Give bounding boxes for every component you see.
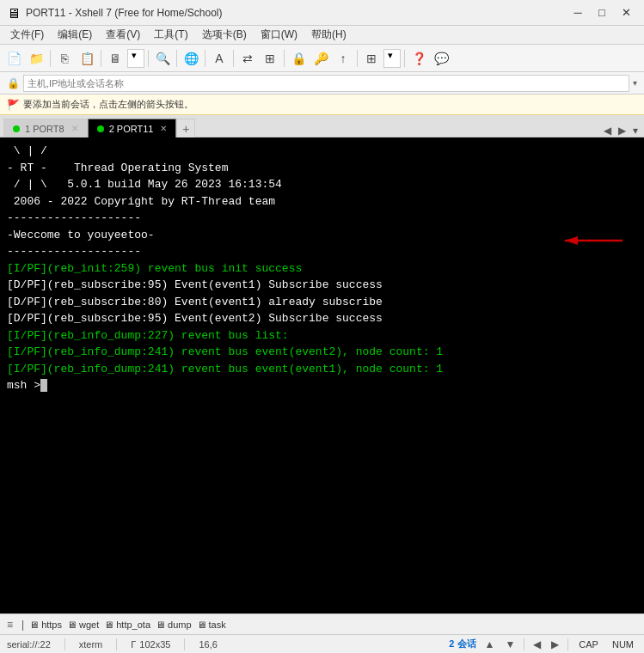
toolbar-new-button[interactable]: 📄 bbox=[3, 48, 24, 69]
menu-bar: 文件(F)编辑(E)查看(V)工具(T)选项卡(B)窗口(W)帮助(H) bbox=[0, 26, 644, 45]
quick-bar-http-ota[interactable]: 🖥 http_ota bbox=[104, 619, 150, 630]
terminal-line: -------------------- bbox=[7, 210, 637, 227]
toolbar-paste-button[interactable]: 📋 bbox=[77, 48, 97, 69]
toolbar-sep-3 bbox=[148, 50, 149, 67]
terminal-line: [I/PF](reb_info_dump:227) revent bus lis… bbox=[7, 327, 637, 345]
status-nav-left[interactable]: ◀ bbox=[531, 638, 543, 650]
toolbar-grid-dropdown[interactable]: ▾ bbox=[383, 49, 401, 68]
address-bar: 🔒 ▾ bbox=[0, 72, 644, 95]
quick-bar-wget[interactable]: 🖥 wget bbox=[67, 619, 99, 630]
menu-item-w[interactable]: 窗口(W) bbox=[254, 26, 304, 44]
menu-item-h[interactable]: 帮助(H) bbox=[304, 26, 353, 44]
tab-close-button[interactable]: ✕ bbox=[160, 124, 167, 133]
toolbar-font-button[interactable]: A bbox=[209, 48, 230, 69]
tab-add-button[interactable]: + bbox=[176, 119, 195, 137]
status-sep-5 bbox=[567, 638, 568, 650]
toolbar-grid-button[interactable]: ⊞ bbox=[361, 48, 382, 69]
menu-item-t[interactable]: 工具(T) bbox=[147, 26, 194, 44]
terminal-line: [I/PF](reb_info_dump:241) revent bus eve… bbox=[7, 361, 637, 378]
toolbar-sep-8 bbox=[357, 50, 358, 67]
status-num: NUM bbox=[609, 639, 637, 650]
tab-label: 1 PORT8 bbox=[25, 124, 64, 134]
quick-bar-dump-label: dump bbox=[168, 619, 192, 630]
quick-bar-https[interactable]: 🖥 https bbox=[29, 619, 62, 630]
window-title: PORT11 - Xshell 7 (Free for Home/School) bbox=[26, 7, 567, 19]
menu-item-v[interactable]: 查看(V) bbox=[99, 26, 147, 44]
tab-status-dot bbox=[97, 125, 104, 132]
address-input[interactable] bbox=[23, 75, 629, 92]
terminal[interactable]: \ | /- RT - Thread Operating System / | … bbox=[0, 137, 644, 400]
status-serial-text: serial://:22 bbox=[7, 639, 51, 650]
quick-bar-wget-icon: 🖥 bbox=[67, 619, 77, 630]
toolbar-more-button[interactable]: 💬 bbox=[431, 48, 451, 69]
toolbar-upload-button[interactable]: ↑ bbox=[333, 48, 353, 69]
quick-bar-task-label: task bbox=[209, 619, 226, 630]
status-sep-3 bbox=[184, 638, 185, 650]
tab-port11[interactable]: 2 PORT11 ✕ bbox=[88, 119, 177, 137]
info-icon: 🚩 bbox=[7, 99, 20, 111]
toolbar-key-button[interactable]: 🔑 bbox=[310, 48, 331, 69]
status-terminal-text: xterm bbox=[79, 639, 103, 650]
terminal-line: [I/PF](reb_init:259) revent bus init suc… bbox=[7, 260, 637, 278]
terminal-line: [D/PF](reb_subscribe:80) Event(event1) a… bbox=[7, 294, 637, 311]
toolbar-expand-button[interactable]: ⊞ bbox=[260, 48, 280, 69]
tabs-nav-right[interactable]: ▶ bbox=[616, 125, 629, 137]
quick-bar-task[interactable]: 🖥 task bbox=[197, 619, 226, 630]
title-bar: 🖥 PORT11 - Xshell 7 (Free for Home/Schoo… bbox=[0, 0, 644, 26]
terminal-line: [D/PF](reb_subscribe:95) Event(event1) S… bbox=[7, 277, 637, 294]
status-sessions-down[interactable]: ▼ bbox=[503, 638, 517, 650]
quick-bar-dump[interactable]: 🖥 dump bbox=[156, 619, 192, 630]
quick-bar-wget-label: wget bbox=[79, 619, 99, 630]
quick-bar-dump-icon: 🖥 bbox=[156, 619, 165, 630]
toolbar-session-button[interactable]: 🖥 bbox=[105, 48, 126, 69]
maximize-button[interactable]: □ bbox=[591, 4, 613, 21]
toolbar-sep-2 bbox=[101, 50, 101, 67]
terminal-container[interactable]: \ | /- RT - Thread Operating System / | … bbox=[0, 137, 644, 613]
status-bar: serial://:22 xterm Γ 102x35 16,6 2 会话 ▲ … bbox=[0, 634, 644, 653]
toolbar: 📄 📁 ⎘ 📋 🖥 ▾ 🔍 🌐 A ⇄ ⊞ 🔒 🔑 ↑ ⊞ ▾ ❓ 💬 bbox=[0, 45, 644, 72]
info-text: 要添加当前会话，点击左侧的箭头按钮。 bbox=[23, 98, 193, 111]
toolbar-globe-button[interactable]: 🌐 bbox=[181, 48, 201, 69]
toolbar-lock-button[interactable]: 🔒 bbox=[288, 48, 309, 69]
status-sessions-up[interactable]: ▲ bbox=[483, 638, 497, 650]
close-button[interactable]: ✕ bbox=[615, 4, 637, 21]
lock-icon: 🔒 bbox=[7, 77, 20, 89]
menu-item-f[interactable]: 文件(F) bbox=[3, 26, 51, 44]
tabs-bar: 1 PORT8 ✕ 2 PORT11 ✕ + ◀ ▶ ▾ bbox=[0, 115, 644, 137]
toolbar-open-button[interactable]: 📁 bbox=[26, 48, 46, 69]
status-terminal: xterm bbox=[79, 639, 103, 650]
quick-bar-sep: | bbox=[21, 619, 24, 631]
quick-bar-menu-icon[interactable]: ≡ bbox=[7, 619, 13, 631]
toolbar-transfer-button[interactable]: ⇄ bbox=[237, 48, 258, 69]
tabs-nav-left[interactable]: ◀ bbox=[601, 125, 614, 137]
toolbar-copy-button[interactable]: ⎘ bbox=[54, 48, 75, 69]
status-size-text: 102x35 bbox=[139, 639, 170, 650]
toolbar-sep-4 bbox=[176, 50, 177, 67]
terminal-line: [D/PF](reb_subscribe:95) Event(event2) S… bbox=[7, 310, 637, 327]
tabs-nav-dropdown[interactable]: ▾ bbox=[630, 125, 641, 137]
terminal-line: / | \ 5.0.1 build May 26 2023 16:13:54 bbox=[7, 176, 637, 193]
toolbar-sep-1 bbox=[50, 50, 51, 67]
terminal-line: [I/PF](reb_info_dump:241) revent bus eve… bbox=[7, 344, 637, 361]
status-nav-right[interactable]: ▶ bbox=[549, 638, 561, 650]
quick-bar: ≡ | 🖥 https 🖥 wget 🖥 http_ota 🖥 dump 🖥 t… bbox=[0, 613, 644, 634]
toolbar-sep-9 bbox=[404, 50, 405, 67]
address-dropdown-icon[interactable]: ▾ bbox=[633, 78, 637, 88]
terminal-line: -Weccome to youyeetoo- bbox=[7, 227, 637, 244]
tab-port8[interactable]: 1 PORT8 ✕ bbox=[3, 119, 88, 137]
quick-bar-task-icon: 🖥 bbox=[197, 619, 206, 630]
status-sep-4 bbox=[524, 638, 524, 650]
toolbar-dropdown[interactable]: ▾ bbox=[127, 49, 144, 68]
terminal-line: -------------------- bbox=[7, 243, 637, 260]
status-size-icon: Γ bbox=[131, 639, 136, 650]
status-sep-2 bbox=[116, 638, 117, 650]
tab-close-button[interactable]: ✕ bbox=[71, 124, 78, 133]
toolbar-help-button[interactable]: ❓ bbox=[408, 48, 429, 69]
status-cursor-text: 16,6 bbox=[199, 639, 217, 650]
menu-item-e[interactable]: 编辑(E) bbox=[51, 26, 99, 44]
minimize-button[interactable]: ─ bbox=[567, 4, 589, 21]
toolbar-search-button[interactable]: 🔍 bbox=[152, 48, 173, 69]
menu-item-b[interactable]: 选项卡(B) bbox=[195, 26, 254, 44]
terminal-line: 2006 - 2022 Copyright by RT-Thread team bbox=[7, 193, 637, 211]
toolbar-sep-6 bbox=[233, 50, 234, 67]
